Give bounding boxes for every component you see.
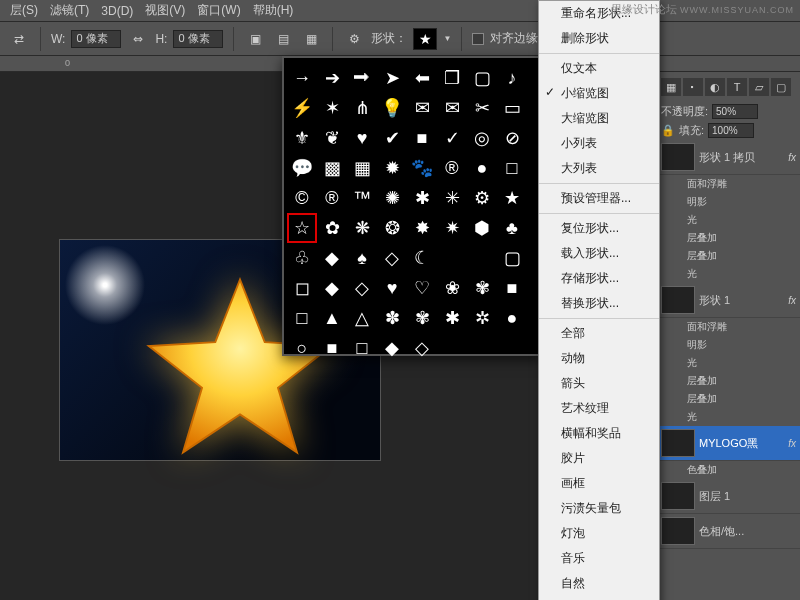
filter-type-icon[interactable]: T: [727, 78, 747, 96]
shape-copyright[interactable]: ©: [288, 184, 316, 212]
menuitem-横幅和奖品[interactable]: 横幅和奖品: [539, 421, 659, 446]
shape-grid[interactable]: ▦: [348, 154, 376, 182]
shape-arrow-solid-right[interactable]: ➔: [318, 64, 346, 92]
menuitem-艺术纹理[interactable]: 艺术纹理: [539, 396, 659, 421]
menuitem-预设管理器...[interactable]: 预设管理器...: [539, 186, 659, 211]
shape-circle[interactable]: ●: [498, 304, 526, 332]
shape-club-out[interactable]: ♧: [288, 244, 316, 272]
shape-empty[interactable]: [438, 334, 466, 362]
menu-3d[interactable]: 3D(D): [95, 4, 139, 18]
menuitem-物体[interactable]: 物体: [539, 596, 659, 600]
shape-target[interactable]: ◎: [468, 124, 496, 152]
layer-effect[interactable]: 色叠加: [657, 461, 800, 479]
shape-seal-10[interactable]: ❂: [378, 214, 406, 242]
shape-speech[interactable]: 💬: [288, 154, 316, 182]
shape-diamond2[interactable]: ◆: [318, 274, 346, 302]
menuitem-复位形状...[interactable]: 复位形状...: [539, 216, 659, 241]
layer-effect[interactable]: 明影: [657, 336, 800, 354]
shape-music-note[interactable]: ♪: [498, 64, 526, 92]
shape-burst[interactable]: ✶: [318, 94, 346, 122]
shape-burst2[interactable]: ✺: [378, 184, 406, 212]
filter-adjust-icon[interactable]: ◐: [705, 78, 725, 96]
shape-seal-8-out[interactable]: ❋: [348, 214, 376, 242]
layer-effect[interactable]: 明影: [657, 193, 800, 211]
menu-window[interactable]: 窗口(W): [191, 2, 246, 19]
menuitem-污渍矢量包[interactable]: 污渍矢量包: [539, 496, 659, 521]
shape-prohibit[interactable]: ⊘: [498, 124, 526, 152]
menuitem-箭头[interactable]: 箭头: [539, 371, 659, 396]
fx-badge[interactable]: fx: [788, 295, 796, 306]
layer-effect[interactable]: 层叠加: [657, 247, 800, 265]
menuitem-小列表[interactable]: 小列表: [539, 131, 659, 156]
menuitem-全部[interactable]: 全部: [539, 321, 659, 346]
gear-icon[interactable]: ⚙: [343, 28, 365, 50]
shape-seal-8[interactable]: ✿: [318, 214, 346, 242]
layer-effect[interactable]: 面和浮雕: [657, 318, 800, 336]
shape-frame-sq[interactable]: ▢: [468, 64, 496, 92]
menuitem-灯泡[interactable]: 灯泡: [539, 521, 659, 546]
shape-outline-sq[interactable]: □: [498, 154, 526, 182]
shape-empty[interactable]: [468, 334, 496, 362]
shape-blob-open[interactable]: ✾: [408, 304, 436, 332]
shape-tm[interactable]: ™: [348, 184, 376, 212]
layer-row[interactable]: 色相/饱...: [657, 514, 800, 549]
shape-lightbulb[interactable]: 💡: [378, 94, 406, 122]
shape-rounded-open[interactable]: ◻: [288, 274, 316, 302]
shape-diamond-open2[interactable]: ◇: [408, 334, 436, 362]
menuitem-胶片[interactable]: 胶片: [539, 446, 659, 471]
link-wh-icon[interactable]: ⇔: [127, 28, 149, 50]
shape-ornament[interactable]: ❦: [318, 124, 346, 152]
shape-heart[interactable]: ♥: [348, 124, 376, 152]
shape-starburst[interactable]: ✹: [378, 154, 406, 182]
shape-ring[interactable]: ○: [288, 334, 316, 362]
shape-burst3[interactable]: ✸: [408, 214, 436, 242]
layer-row[interactable]: 形状 1 拷贝fx: [657, 140, 800, 175]
menu-filter[interactable]: 滤镜(T): [44, 2, 95, 19]
shape-paw[interactable]: 🐾: [408, 154, 436, 182]
shape-empty[interactable]: [438, 244, 466, 272]
layer-row[interactable]: 形状 1fx: [657, 283, 800, 318]
shape-triangle-open[interactable]: △: [348, 304, 376, 332]
layer-effect[interactable]: 光: [657, 354, 800, 372]
width-input[interactable]: [71, 30, 121, 48]
shape-envelope-front[interactable]: ✉: [408, 94, 436, 122]
menuitem-音乐[interactable]: 音乐: [539, 546, 659, 571]
menuitem-存储形状...[interactable]: 存储形状...: [539, 266, 659, 291]
menuitem-仅文本[interactable]: 仅文本: [539, 56, 659, 81]
fill-input[interactable]: [708, 123, 754, 138]
height-input[interactable]: [173, 30, 223, 48]
menu-view[interactable]: 视图(V): [139, 2, 191, 19]
shape-block-arrow[interactable]: ⮕: [348, 64, 376, 92]
menuitem-小缩览图[interactable]: 小缩览图: [539, 81, 659, 106]
layer-row[interactable]: 图层 1: [657, 479, 800, 514]
shape-club[interactable]: ♣: [498, 214, 526, 242]
shape-diamond3[interactable]: ◆: [378, 334, 406, 362]
shape-blob[interactable]: ✽: [378, 304, 406, 332]
path-combine-icon[interactable]: ▣: [244, 28, 266, 50]
layer-effect[interactable]: 光: [657, 265, 800, 283]
filter-shape-icon[interactable]: ▱: [749, 78, 769, 96]
shape-dropdown-icon[interactable]: ▼: [443, 34, 451, 43]
menuitem-大缩览图[interactable]: 大缩览图: [539, 106, 659, 131]
shape-scissors[interactable]: ✂: [468, 94, 496, 122]
menuitem-替换形状...[interactable]: 替换形状...: [539, 291, 659, 316]
shape-lightning[interactable]: ⚡: [288, 94, 316, 122]
shape-square[interactable]: ■: [408, 124, 436, 152]
path-align-icon[interactable]: ▤: [272, 28, 294, 50]
menuitem-删除形状[interactable]: 删除形状: [539, 26, 659, 51]
shape-registered2[interactable]: ®: [318, 184, 346, 212]
shape-grass[interactable]: ⋔: [348, 94, 376, 122]
filter-pixel-icon[interactable]: 🞍: [683, 78, 703, 96]
shape-frame-rect[interactable]: ▭: [498, 94, 526, 122]
shape-star-outline[interactable]: ☆: [288, 214, 316, 242]
layer-effect[interactable]: 面和浮雕: [657, 175, 800, 193]
shape-sq-hollow[interactable]: □: [288, 304, 316, 332]
shape-rounded-sq[interactable]: ▢: [498, 244, 526, 272]
shape-moon[interactable]: ☾: [408, 244, 436, 272]
shape-fleur[interactable]: ⚜: [288, 124, 316, 152]
layer-effect[interactable]: 层叠加: [657, 372, 800, 390]
swap-icon[interactable]: ⇄: [8, 28, 30, 50]
menuitem-自然[interactable]: 自然: [539, 571, 659, 596]
menuitem-大列表[interactable]: 大列表: [539, 156, 659, 181]
shape-square-open[interactable]: □: [348, 334, 376, 362]
